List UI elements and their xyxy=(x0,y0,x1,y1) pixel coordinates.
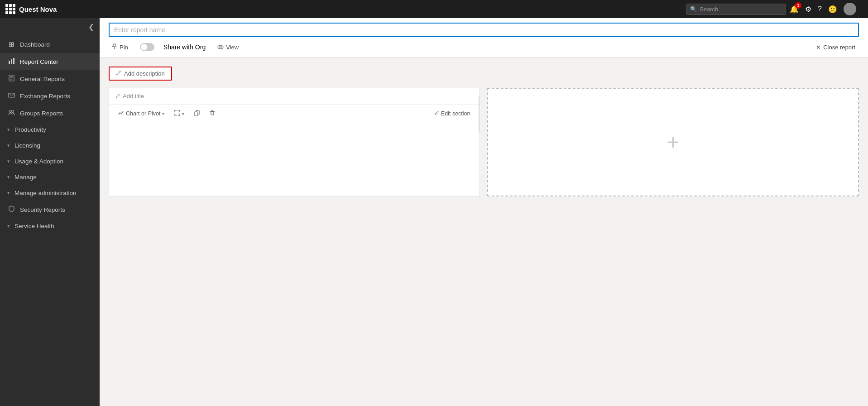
sidebar-item-productivity[interactable]: ▾ Productivity xyxy=(0,122,100,138)
sidebar-item-exchange-reports[interactable]: Exchange Reports xyxy=(0,87,100,105)
edit-section-button[interactable]: Edit section xyxy=(432,109,473,119)
exchange-reports-icon xyxy=(7,92,15,100)
settings-button[interactable]: ⚙ xyxy=(805,5,811,14)
expand-button[interactable]: ▾ xyxy=(172,108,187,119)
sidebar-item-label: Security Reports xyxy=(20,206,92,213)
chevron-service-health-icon: ▾ xyxy=(7,223,10,229)
sections-row: Add title Chart or Pivot ▾ xyxy=(109,88,859,196)
chevron-licensing-icon: ▾ xyxy=(7,143,10,148)
expand-chevron-icon: ▾ xyxy=(182,111,184,116)
section-content xyxy=(109,123,480,196)
panel-divider-line xyxy=(479,96,480,132)
pin-icon xyxy=(111,43,117,51)
sidebar-item-label: Exchange Reports xyxy=(20,93,92,100)
sidebar: ❮ ⊞ Dashboard Report Center xyxy=(0,18,100,406)
report-body: Add description Add title xyxy=(100,57,868,406)
groups-reports-icon xyxy=(7,109,15,117)
svg-rect-15 xyxy=(211,111,214,115)
close-report-button[interactable]: ✕ Close report xyxy=(812,42,859,53)
search-wrap: 🔍 xyxy=(686,4,786,15)
expand-icon xyxy=(174,110,180,117)
toggle-slider xyxy=(140,43,154,51)
add-description-label: Add description xyxy=(124,70,165,77)
copy-icon xyxy=(194,110,200,117)
svg-rect-0 xyxy=(9,61,10,64)
trash-icon xyxy=(210,110,215,117)
share-toggle[interactable] xyxy=(140,43,154,51)
gear-icon: ⚙ xyxy=(805,5,811,14)
report-center-icon xyxy=(7,57,15,66)
sidebar-item-service-health[interactable]: ▾ Service Health xyxy=(0,218,100,234)
report-toolbar: Pin Share with Org View xyxy=(109,42,859,53)
avatar[interactable] xyxy=(844,3,856,15)
chevron-manage-icon: ▾ xyxy=(7,174,10,180)
pin-button[interactable]: Pin xyxy=(109,42,131,53)
sidebar-collapse[interactable]: ❮ xyxy=(0,18,100,36)
sidebar-item-usage-adoption[interactable]: ▾ Usage & Adoption xyxy=(0,153,100,169)
sidebar-item-label: General Reports xyxy=(20,76,92,82)
chevron-productivity-icon: ▾ xyxy=(7,127,10,133)
svg-point-11 xyxy=(218,45,223,49)
dashboard-icon: ⊞ xyxy=(7,40,15,48)
report-name-input[interactable] xyxy=(109,23,859,37)
app-logo: Quest Nova xyxy=(5,4,57,14)
chart-pivot-button[interactable]: Chart or Pivot ▾ xyxy=(115,109,167,119)
svg-point-8 xyxy=(9,110,11,113)
sidebar-item-groups-reports[interactable]: Groups Reports xyxy=(0,105,100,122)
add-title-button[interactable]: Add title xyxy=(115,93,144,100)
section-toolbar: Chart or Pivot ▾ xyxy=(109,105,480,123)
search-icon: 🔍 xyxy=(690,6,697,12)
edit-section-label: Edit section xyxy=(441,110,470,117)
topbar-icons: 🔔 3 ⚙ ? 🙂 xyxy=(790,3,863,15)
share-label: Share with Org xyxy=(163,43,206,51)
delete-button[interactable] xyxy=(207,108,218,119)
chart-chevron-icon: ▾ xyxy=(162,111,164,116)
sidebar-item-manage[interactable]: ▾ Manage xyxy=(0,169,100,185)
search-input[interactable] xyxy=(686,4,786,15)
section-panel-left: Add title Chart or Pivot ▾ xyxy=(109,88,480,196)
app-title: Quest Nova xyxy=(19,5,57,13)
copy-button[interactable] xyxy=(192,108,202,119)
sidebar-item-label: Usage & Adoption xyxy=(14,158,92,165)
add-title-label: Add title xyxy=(123,93,144,100)
close-report-label: Close report xyxy=(823,44,855,51)
chevron-manage-admin-icon: ▾ xyxy=(7,190,10,196)
svg-rect-2 xyxy=(13,58,14,64)
section-header: Add title xyxy=(109,88,480,105)
add-description-button[interactable]: Add description xyxy=(109,67,172,81)
chart-icon xyxy=(118,110,124,117)
sidebar-item-label: Productivity xyxy=(14,126,92,133)
sidebar-item-label: Manage administration xyxy=(14,190,92,196)
collapse-button[interactable]: ❮ xyxy=(88,23,94,31)
svg-rect-1 xyxy=(11,59,12,64)
svg-point-9 xyxy=(11,110,14,113)
edit-section-pencil-icon xyxy=(434,110,439,117)
sidebar-item-label: Groups Reports xyxy=(20,110,92,117)
sidebar-item-licensing[interactable]: ▾ Licensing xyxy=(0,138,100,153)
pin-label: Pin xyxy=(120,44,128,51)
sidebar-item-report-center[interactable]: Report Center xyxy=(0,53,100,70)
add-section-plus-icon: + xyxy=(667,131,679,153)
sidebar-item-label: Manage xyxy=(14,174,92,181)
section-panel-add[interactable]: + xyxy=(487,88,859,196)
close-x-icon: ✕ xyxy=(816,44,821,51)
content-area: Pin Share with Org View xyxy=(100,18,868,406)
question-icon: ? xyxy=(818,5,822,13)
report-header: Pin Share with Org View xyxy=(100,18,868,57)
help-button[interactable]: ? xyxy=(818,5,822,13)
sidebar-item-manage-admin[interactable]: ▾ Manage administration xyxy=(0,185,100,201)
sidebar-item-general-reports[interactable]: General Reports xyxy=(0,70,100,87)
chevron-usage-icon: ▾ xyxy=(7,158,10,164)
account-button[interactable]: 🙂 xyxy=(828,5,837,14)
sidebar-item-label: Dashboard xyxy=(20,41,92,48)
notification-badge: 3 xyxy=(795,2,801,9)
notifications-button[interactable]: 🔔 3 xyxy=(790,5,799,14)
view-button[interactable]: View xyxy=(215,42,241,53)
topbar: Quest Nova 🔍 🔔 3 ⚙ ? 🙂 xyxy=(0,0,868,18)
view-label: View xyxy=(226,44,239,51)
logo-grid-icon xyxy=(5,4,15,14)
eye-icon xyxy=(217,44,224,51)
sidebar-item-dashboard[interactable]: ⊞ Dashboard xyxy=(0,36,100,53)
sidebar-item-security-reports[interactable]: Security Reports xyxy=(0,201,100,218)
svg-point-12 xyxy=(220,46,221,48)
